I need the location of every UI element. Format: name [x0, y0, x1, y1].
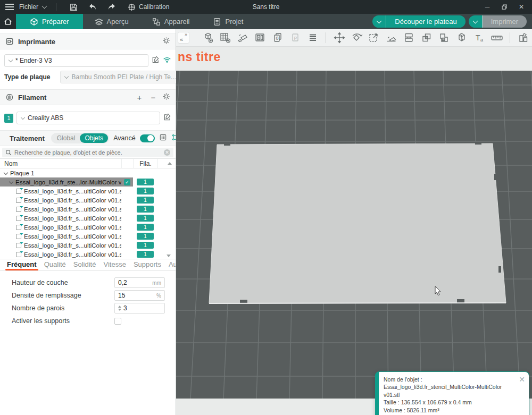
filament-settings-button[interactable]: [162, 92, 170, 102]
cut-button[interactable]: [453, 31, 470, 45]
tree-row-part[interactable]: Essai_logo_li3d.fr_s...ultiColor v01.stl…: [0, 223, 176, 232]
tree-row-object[interactable]: Essai_logo_li3d.fr_ste...lor-MultiColor …: [0, 177, 176, 187]
collapse-chevron-icon[interactable]: [9, 179, 13, 183]
layers-stack-button[interactable]: [304, 31, 321, 45]
tab-speed[interactable]: Vitesse: [99, 260, 129, 270]
main-menu-button[interactable]: Fichier: [5, 3, 46, 11]
spin-up-icon[interactable]: [118, 306, 121, 308]
collapse-sidebar-button[interactable]: «»: [178, 32, 189, 44]
move-button[interactable]: [330, 31, 348, 45]
filament-select[interactable]: Creality ABS: [16, 112, 160, 124]
wall-count-stepper[interactable]: [118, 306, 121, 311]
advanced-toggle[interactable]: [140, 134, 155, 142]
remove-filament-button[interactable]: −: [148, 92, 158, 102]
measure-button[interactable]: [488, 31, 505, 45]
wall-count-label: Nombre de parois: [12, 304, 114, 312]
part-icon: [16, 198, 21, 203]
clone-icon: 0: [271, 31, 284, 44]
filament-badge[interactable]: 1: [137, 197, 154, 204]
tab-frequent[interactable]: Fréquent: [3, 260, 40, 270]
tab-preview[interactable]: Aperçu: [83, 14, 140, 29]
tree-row-part[interactable]: Essai_logo_li3d.fr_s...ultiColor v01.stl…: [0, 214, 176, 223]
rotate-button[interactable]: [348, 31, 365, 45]
printer-settings-button[interactable]: [162, 37, 170, 46]
scrollbar-top[interactable]: [157, 159, 176, 168]
object-checkbox[interactable]: ✓: [124, 179, 130, 185]
tree-row-part[interactable]: Essai_logo_li3d.fr_s...ultiColor v01.stl…: [0, 205, 176, 214]
filament-badge[interactable]: 1: [137, 251, 154, 258]
wifi-icon[interactable]: [163, 56, 171, 65]
filament-badge[interactable]: 1: [137, 179, 154, 185]
clone-button[interactable]: 0: [269, 31, 287, 45]
close-button[interactable]: ✕: [514, 1, 529, 13]
text-button[interactable]: Ta: [470, 31, 488, 45]
tree-row-part[interactable]: Essai_logo_li3d.fr_s...ultiColor v01.stl…: [0, 241, 176, 250]
minimize-button[interactable]: ─: [480, 1, 495, 13]
restore-button[interactable]: [497, 1, 512, 13]
home-button[interactable]: [0, 14, 16, 29]
printer-select[interactable]: * Ender-3 V3: [4, 54, 148, 67]
model-object[interactable]: [209, 143, 506, 303]
lay-on-face-button[interactable]: [383, 31, 401, 45]
tab-quality[interactable]: Qualité: [40, 260, 70, 270]
spin-down-icon[interactable]: [118, 309, 121, 311]
tree-row-part[interactable]: Essai_logo_li3d.fr_s...ultiColor v01.stl…: [0, 250, 176, 259]
arrange-button[interactable]: [252, 31, 269, 45]
filament-badge[interactable]: 1: [137, 188, 154, 194]
layer-height-input[interactable]: [118, 279, 150, 286]
edit-filament-button[interactable]: [163, 113, 171, 123]
filament-slot-badge: 1: [4, 114, 13, 123]
split-plate-button[interactable]: [401, 31, 418, 45]
save-button[interactable]: [66, 2, 81, 12]
slice-plate-button[interactable]: Découper le plateau: [386, 15, 465, 28]
add-filament-button[interactable]: +: [135, 92, 144, 102]
scope-global-button[interactable]: Global: [52, 133, 80, 143]
undo-button[interactable]: [85, 2, 100, 12]
redo-button[interactable]: [104, 2, 119, 12]
filament-badge[interactable]: 1: [137, 206, 154, 213]
filament-badge[interactable]: 1: [137, 233, 154, 240]
tab-prepare[interactable]: Préparer: [16, 14, 83, 29]
edit-printer-button[interactable]: [152, 56, 160, 65]
paste-button[interactable]: P: [286, 31, 304, 45]
enable-supports-checkbox[interactable]: [114, 318, 121, 325]
parameter-list-button[interactable]: [159, 133, 167, 143]
search-input[interactable]: [14, 149, 161, 156]
tab-strength[interactable]: Solidité: [70, 260, 100, 270]
tab-supports[interactable]: Supports: [130, 260, 165, 270]
filament-badge[interactable]: 1: [137, 242, 154, 249]
scale-button[interactable]: [365, 31, 383, 45]
clear-search-button[interactable]: ✕: [164, 149, 170, 156]
plate-type-value: Bambu Smooth PEI Plate / High Te...: [71, 73, 176, 81]
add-plate-button[interactable]: [217, 31, 234, 45]
build-plate-scene[interactable]: [176, 47, 532, 415]
tab-device[interactable]: Appareil: [140, 14, 202, 29]
scope-objects-button[interactable]: Objets: [80, 133, 108, 143]
canvas-3d[interactable]: ns titre: [176, 47, 532, 415]
tooltip-close-button[interactable]: ✕: [519, 375, 525, 385]
print-options-button[interactable]: [469, 15, 483, 28]
calibration-button[interactable]: Calibration: [128, 3, 169, 11]
wall-count-input[interactable]: [123, 304, 161, 312]
infill-input[interactable]: [118, 292, 154, 299]
tree-row-part[interactable]: Essai_logo_li3d.fr_s...ultiColor v01.stl…: [0, 187, 176, 196]
split-to-parts-button[interactable]: [514, 31, 532, 45]
auto-orient-button[interactable]: [234, 31, 252, 45]
filament-badge[interactable]: 1: [137, 215, 154, 222]
print-button[interactable]: Imprimer: [483, 15, 527, 28]
add-object-button[interactable]: [199, 31, 217, 45]
part-icon: [16, 189, 21, 194]
filament-badge[interactable]: 1: [137, 224, 154, 231]
variable-infill-button[interactable]: [436, 31, 453, 45]
scroll-down-icon[interactable]: [167, 255, 171, 257]
boolean-button[interactable]: [418, 31, 436, 45]
scroll-up-icon[interactable]: [168, 162, 172, 165]
slice-options-button[interactable]: [372, 15, 386, 28]
collapse-chevron-icon[interactable]: [4, 170, 8, 174]
tree-row-part[interactable]: Essai_logo_li3d.fr_s...ultiColor v01.stl…: [0, 232, 176, 241]
tree-row-part[interactable]: Essai_logo_li3d.fr_s...ultiColor v01.stl…: [0, 196, 176, 205]
tree-row-plate[interactable]: Plaque 1: [0, 168, 176, 177]
plate-type-select[interactable]: Bambu Smooth PEI Plate / High Te...: [60, 71, 181, 83]
tab-preview-label: Aperçu: [107, 18, 129, 26]
tab-project[interactable]: Projet: [201, 14, 255, 29]
